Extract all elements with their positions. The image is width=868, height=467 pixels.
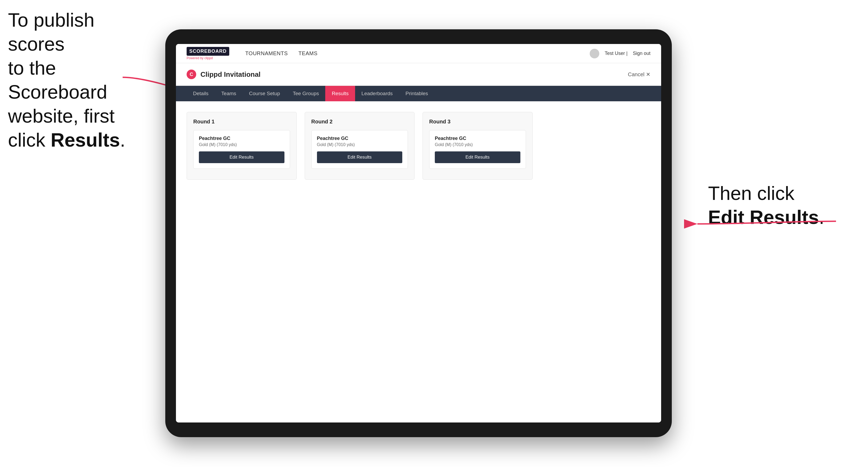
logo-box: SCOREBOARD [187, 47, 229, 56]
round-1-course-details: Gold (M) (7010 yds) [199, 142, 284, 147]
round-2-course-details: Gold (M) (7010 yds) [317, 142, 403, 147]
tablet-device: SCOREBOARD Powered by clippd TOURNAMENTS… [165, 29, 672, 437]
round-3-column: Round 3 Peachtree GC Gold (M) (7010 yds)… [423, 112, 533, 180]
round-1-course-card: Peachtree GC Gold (M) (7010 yds) Edit Re… [193, 130, 290, 169]
instruction-left-text: To publish scoresto the Scoreboardwebsit… [8, 9, 125, 151]
round-1-course-name: Peachtree GC [199, 136, 284, 141]
top-nav: SCOREBOARD Powered by clippd TOURNAMENTS… [176, 44, 661, 63]
round-2-column: Round 2 Peachtree GC Gold (M) (7010 yds)… [305, 112, 415, 180]
round-2-course-card: Peachtree GC Gold (M) (7010 yds) Edit Re… [311, 130, 408, 169]
user-text: Test User | [604, 51, 627, 56]
cancel-button[interactable]: Cancel ✕ [628, 71, 650, 77]
round-3-title: Round 3 [429, 119, 526, 125]
user-avatar [590, 49, 599, 58]
round-1-title: Round 1 [193, 119, 290, 125]
tab-teams[interactable]: Teams [215, 86, 243, 101]
tab-details[interactable]: Details [187, 86, 215, 101]
tablet-screen: SCOREBOARD Powered by clippd TOURNAMENTS… [176, 44, 661, 423]
tab-printables[interactable]: Printables [399, 86, 435, 101]
tab-course-setup[interactable]: Course Setup [243, 86, 286, 101]
tab-leaderboards[interactable]: Leaderboards [355, 86, 399, 101]
instruction-left: To publish scoresto the Scoreboardwebsit… [8, 8, 141, 152]
instruction-right: Then clickEdit Results. [708, 181, 836, 229]
tournament-header: C Clippd Invitational Cancel ✕ [176, 63, 661, 86]
sub-nav: Details Teams Course Setup Tee Groups Re… [176, 86, 661, 101]
nav-tournaments[interactable]: TOURNAMENTS [245, 51, 288, 57]
round-2-title: Round 2 [311, 119, 408, 125]
round-3-course-card: Peachtree GC Gold (M) (7010 yds) Edit Re… [429, 130, 526, 169]
round-3-course-name: Peachtree GC [435, 136, 520, 141]
round-1-edit-results-button[interactable]: Edit Results [199, 151, 284, 163]
rounds-area: Round 1 Peachtree GC Gold (M) (7010 yds)… [176, 101, 661, 190]
round-3-edit-results-button[interactable]: Edit Results [435, 151, 520, 163]
tournament-icon: C [187, 69, 196, 79]
top-nav-links: TOURNAMENTS TEAMS [245, 51, 317, 57]
sign-out-link[interactable]: Sign out [633, 51, 650, 56]
round-4-column-empty [540, 112, 651, 180]
tab-results[interactable]: Results [325, 86, 355, 101]
content-area: C Clippd Invitational Cancel ✕ Details T… [176, 63, 661, 423]
logo-tagline: Powered by clippd [187, 56, 229, 60]
round-2-course-name: Peachtree GC [317, 136, 403, 141]
logo-area: SCOREBOARD Powered by clippd [187, 47, 229, 60]
tournament-title: Clippd Invitational [200, 70, 260, 79]
tab-tee-groups[interactable]: Tee Groups [286, 86, 325, 101]
round-3-course-details: Gold (M) (7010 yds) [435, 142, 520, 147]
nav-teams[interactable]: TEAMS [299, 51, 317, 57]
top-nav-right: Test User | Sign out [590, 49, 650, 58]
instruction-right-text: Then clickEdit Results. [708, 183, 824, 228]
round-1-column: Round 1 Peachtree GC Gold (M) (7010 yds)… [187, 112, 297, 180]
round-2-edit-results-button[interactable]: Edit Results [317, 151, 403, 163]
logo-stack: SCOREBOARD Powered by clippd [187, 47, 229, 60]
